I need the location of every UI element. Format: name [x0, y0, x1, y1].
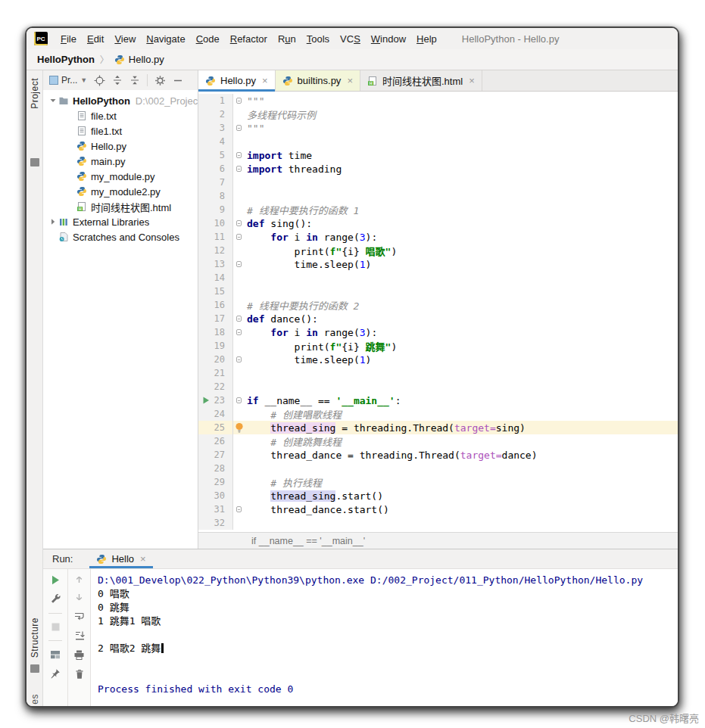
gutter-line-number[interactable]: 8: [198, 189, 233, 203]
prev-occurrence-button[interactable]: [74, 574, 84, 584]
stop-button[interactable]: [51, 622, 61, 632]
scroll-to-end-button[interactable]: [74, 630, 85, 641]
code-line-10[interactable]: 10def sing():: [198, 216, 678, 230]
gutter-line-number[interactable]: 29: [198, 475, 233, 489]
settings-gear-button[interactable]: [154, 75, 166, 86]
fold-column[interactable]: [233, 448, 245, 462]
fold-column[interactable]: [233, 244, 245, 257]
run-line-icon[interactable]: [202, 397, 210, 404]
editor-tab-item[interactable]: H时间线柱状图.html×: [360, 70, 482, 91]
restore-layout-button[interactable]: [50, 649, 61, 660]
fold-column[interactable]: [233, 216, 245, 230]
editor-tab-hello-py[interactable]: Hello.py×: [198, 70, 276, 91]
gutter-line-number[interactable]: 21: [198, 366, 233, 380]
code-line-25[interactable]: 25 thread_sing = threading.Thread(target…: [198, 421, 678, 434]
gutter-line-number[interactable]: 31: [198, 502, 233, 516]
breadcrumb-file[interactable]: Hello.py: [129, 54, 164, 65]
fold-marker-icon[interactable]: [236, 506, 242, 512]
code-line-5[interactable]: 5import time: [198, 148, 678, 162]
pin-tab-button[interactable]: [50, 668, 61, 679]
code-line-9[interactable]: 9# 线程中要执行的函数 1: [198, 203, 678, 216]
run-settings-button[interactable]: [50, 593, 61, 605]
menu-item-tools[interactable]: Tools: [301, 31, 335, 47]
fold-column[interactable]: [233, 135, 245, 148]
fold-column[interactable]: [233, 434, 245, 448]
code-line-17[interactable]: 17def dance():: [198, 312, 678, 325]
next-occurrence-button[interactable]: [74, 593, 84, 602]
soft-wrap-button[interactable]: [73, 611, 85, 622]
code-line-19[interactable]: 19 print(f"{i} 跳舞"): [198, 339, 678, 353]
tree-item-external-libraries[interactable]: External Libraries: [43, 214, 198, 229]
fold-column[interactable]: [233, 94, 245, 107]
fold-marker-icon[interactable]: [236, 166, 242, 172]
fold-column[interactable]: [233, 339, 245, 353]
code-line-27[interactable]: 27 thread_dance = threading.Thread(targe…: [198, 448, 678, 462]
fold-column[interactable]: [233, 298, 245, 312]
fold-marker-icon[interactable]: [236, 98, 242, 104]
fold-column[interactable]: [233, 380, 245, 394]
gutter-line-number[interactable]: 13: [198, 257, 233, 271]
tree-item-scratches-and-consoles[interactable]: Scratches and Consoles: [43, 229, 198, 244]
gutter-line-number[interactable]: 20: [198, 353, 233, 366]
code-line-2[interactable]: 2多线程代码示例: [198, 107, 678, 121]
gutter-line-number[interactable]: 17: [198, 312, 233, 325]
code-line-15[interactable]: 15: [198, 285, 678, 298]
menu-item-help[interactable]: Help: [411, 31, 442, 47]
code-line-16[interactable]: 16# 线程中要执行的函数 2: [198, 298, 678, 312]
run-console-output[interactable]: D:\001_Develop\022_Python\Python39\pytho…: [91, 569, 678, 706]
fold-column[interactable]: [233, 312, 245, 325]
fold-marker-icon[interactable]: [236, 220, 242, 226]
gutter-line-number[interactable]: 26: [198, 434, 233, 448]
code-line-32[interactable]: 32: [198, 516, 678, 530]
tree-item-hellopython[interactable]: HelloPythonD:\002_Projec: [43, 93, 198, 108]
tool-stripe-partial-tab[interactable]: es: [30, 694, 40, 705]
fold-marker-icon[interactable]: [236, 316, 242, 322]
project-tool-window-icon[interactable]: [30, 158, 39, 166]
code-line-29[interactable]: 29 # 执行线程: [198, 475, 678, 489]
gutter-line-number[interactable]: 23: [198, 394, 233, 407]
tree-item-item[interactable]: H时间线柱状图.html: [43, 199, 198, 214]
menu-item-view[interactable]: View: [109, 31, 141, 47]
expand-all-button[interactable]: [112, 75, 123, 86]
code-line-30[interactable]: 30 thread_sing.start(): [198, 489, 678, 502]
fold-column[interactable]: [233, 203, 245, 216]
editor-tab-builtins-py[interactable]: builtins.py×: [276, 70, 360, 91]
code-line-23[interactable]: 23if __name__ == '__main__':: [198, 394, 678, 407]
code-line-21[interactable]: 21: [198, 366, 678, 380]
gutter-line-number[interactable]: 18: [198, 325, 233, 339]
tree-item-file1-txt[interactable]: file1.txt: [43, 123, 198, 138]
code-line-26[interactable]: 26 # 创建跳舞线程: [198, 434, 678, 448]
gutter-line-number[interactable]: 2: [198, 107, 233, 121]
gutter-line-number[interactable]: 24: [198, 407, 233, 421]
code-line-24[interactable]: 24 # 创建唱歌线程: [198, 407, 678, 421]
code-line-12[interactable]: 12 print(f"{i} 唱歌"): [198, 244, 678, 257]
structure-tool-window-icon[interactable]: [30, 664, 39, 673]
code-line-1[interactable]: 1""": [198, 94, 678, 107]
gutter-line-number[interactable]: 10: [198, 216, 233, 230]
gutter-line-number[interactable]: 4: [198, 135, 233, 148]
gutter-line-number[interactable]: 12: [198, 244, 233, 257]
tree-item-file-txt[interactable]: file.txt: [43, 108, 198, 123]
menu-item-edit[interactable]: Edit: [82, 31, 109, 47]
code-line-6[interactable]: 6import threading: [198, 162, 678, 176]
menu-item-file[interactable]: File: [55, 31, 82, 47]
gutter-line-number[interactable]: 3: [198, 121, 233, 135]
tree-chevron-icon[interactable]: [48, 218, 58, 226]
fold-column[interactable]: [233, 502, 245, 516]
tree-item-hello-py[interactable]: Hello.py: [43, 138, 198, 154]
fold-column[interactable]: [233, 353, 245, 366]
fold-column[interactable]: [233, 285, 245, 298]
menu-item-navigate[interactable]: Navigate: [141, 31, 190, 47]
fold-marker-icon[interactable]: [236, 261, 242, 267]
code-editor[interactable]: 1"""2多线程代码示例3"""45import time6import thr…: [198, 92, 678, 532]
project-view-selector[interactable]: Pr... ▼: [49, 75, 87, 86]
code-line-28[interactable]: 28: [198, 462, 678, 475]
fold-column[interactable]: [233, 462, 245, 475]
gutter-line-number[interactable]: 11: [198, 230, 233, 244]
close-icon[interactable]: ×: [140, 553, 146, 565]
fold-column[interactable]: [233, 189, 245, 203]
fold-column[interactable]: [233, 394, 245, 407]
fold-marker-icon[interactable]: [236, 234, 242, 240]
intention-bulb-icon[interactable]: [235, 422, 244, 434]
locate-file-button[interactable]: [94, 75, 105, 86]
